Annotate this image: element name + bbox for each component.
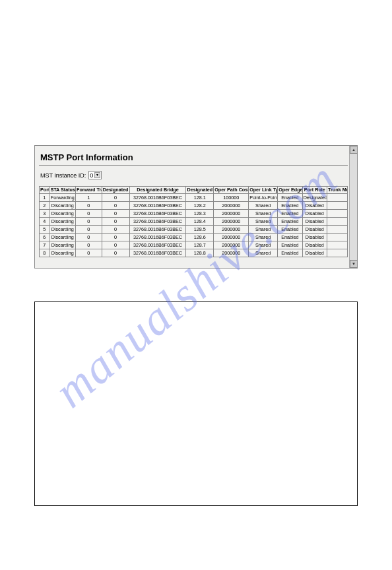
cell-bridge: 32768.0016B6F03BEC [129,217,186,225]
cell-port: 8 [40,249,49,257]
cell-trunk [327,233,348,241]
cell-dcost: 0 [102,193,129,201]
cell-bridge: 32768.0016B6F03BEC [129,193,186,201]
cell-dport: 128.7 [186,241,214,249]
cell-oep: Enabled [278,249,302,257]
cell-port: 4 [40,217,49,225]
instance-select[interactable]: 0 ▾ [88,171,102,179]
cell-olt: Shared [249,249,278,257]
th-port: Port [40,187,49,194]
cell-port: 6 [40,233,49,241]
chevron-down-icon[interactable]: ▾ [94,172,100,178]
cell-dcost: 0 [102,225,129,233]
cell-sta: Discarding [49,225,76,233]
cell-dport: 128.2 [186,201,214,209]
th-dcost: Designated Cost [102,187,129,194]
cell-olt: Shared [249,209,278,217]
cell-fwd: 0 [76,225,102,233]
table-row: 4Discarding0032768.0016B6F03BEC128.42000… [40,217,348,225]
panel-title: MSTP Port Information [40,152,346,162]
table-row: 7Discarding0032768.0016B6F03BEC128.72000… [40,241,348,249]
cell-opc: 2000000 [214,225,249,233]
cell-dcost: 0 [102,201,129,209]
cell-dport: 128.8 [186,249,214,257]
cell-trunk [327,225,348,233]
cell-port: 3 [40,209,49,217]
cell-fwd: 0 [76,209,102,217]
cell-oep: Enabled [278,193,302,201]
scroll-down-icon[interactable]: ▼ [350,260,358,268]
cell-oep: Enabled [278,233,302,241]
vertical-scrollbar[interactable]: ▲ ▼ [349,146,357,268]
th-sta: STA Status [49,187,76,194]
cell-sta: Discarding [49,201,76,209]
table-row: 2Discarding0032768.0016B6F03BEC128.22000… [40,201,348,209]
cell-trunk [327,201,348,209]
cell-sta: Discarding [49,217,76,225]
cell-role: Disabled [302,241,327,249]
instance-row: MST Instance ID: 0 ▾ [40,171,346,179]
cell-oep: Enabled [278,225,302,233]
cell-dport: 128.6 [186,233,214,241]
cell-fwd: 1 [76,193,102,201]
cell-trunk [327,193,348,201]
cell-sta: Discarding [49,209,76,217]
cell-olt: Shared [249,225,278,233]
cell-bridge: 32768.0016B6F03BEC [129,249,186,257]
th-oep: Oper Edge Port [278,187,302,194]
cell-opc: 2000000 [214,233,249,241]
th-bridge: Designated Bridge [129,187,186,194]
cell-bridge: 32768.0016B6F03BEC [129,201,186,209]
th-opc: Oper Path Cost [214,187,249,194]
cell-sta: Discarding [49,249,76,257]
cell-dport: 128.5 [186,225,214,233]
cell-dcost: 0 [102,233,129,241]
cell-role: Disabled [302,217,327,225]
cell-port: 2 [40,201,49,209]
cell-fwd: 0 [76,249,102,257]
cell-olt: Shared [249,233,278,241]
cell-opc: 100000 [214,193,249,201]
cell-opc: 2000000 [214,201,249,209]
cell-opc: 2000000 [214,209,249,217]
cell-dcost: 0 [102,209,129,217]
cell-bridge: 32768.0016B6F03BEC [129,233,186,241]
th-trunk: Trunk Member [327,187,348,194]
cell-oep: Enabled [278,241,302,249]
cell-opc: 2000000 [214,217,249,225]
cell-role: Designated [302,193,327,201]
cell-opc: 2000000 [214,241,249,249]
cell-port: 1 [40,193,49,201]
cell-trunk [327,241,348,249]
cell-fwd: 0 [76,241,102,249]
cell-sta: Forwarding [49,193,76,201]
cell-role: Disabled [302,225,327,233]
table-row: 6Discarding0032768.0016B6F03BEC128.62000… [40,233,348,241]
table-row: 8Discarding0032768.0016B6F03BEC128.82000… [40,249,348,257]
cell-sta: Discarding [49,233,76,241]
th-fwd: Forward Transitions [76,187,102,194]
divider [39,165,348,166]
cell-olt: Shared [249,201,278,209]
cell-fwd: 0 [76,217,102,225]
cell-bridge: 32768.0016B6F03BEC [129,225,186,233]
cell-trunk [327,209,348,217]
cell-dport: 128.1 [186,193,214,201]
cell-dport: 128.4 [186,217,214,225]
cell-dcost: 0 [102,217,129,225]
cell-dport: 128.3 [186,209,214,217]
cell-dcost: 0 [102,241,129,249]
scroll-up-icon[interactable]: ▲ [350,146,358,154]
cell-dcost: 0 [102,249,129,257]
cell-trunk [327,217,348,225]
cell-oep: Enabled [278,209,302,217]
instance-label: MST Instance ID: [40,172,86,179]
cell-role: Disabled [302,209,327,217]
cell-opc: 2000000 [214,249,249,257]
th-role: Port Role [302,187,327,194]
empty-content-box [34,301,358,506]
cell-bridge: 32768.0016B6F03BEC [129,209,186,217]
table-header-row: Port STA Status Forward Transitions Desi… [40,187,348,194]
th-olt: Oper Link Type [249,187,278,194]
cell-sta: Discarding [49,241,76,249]
